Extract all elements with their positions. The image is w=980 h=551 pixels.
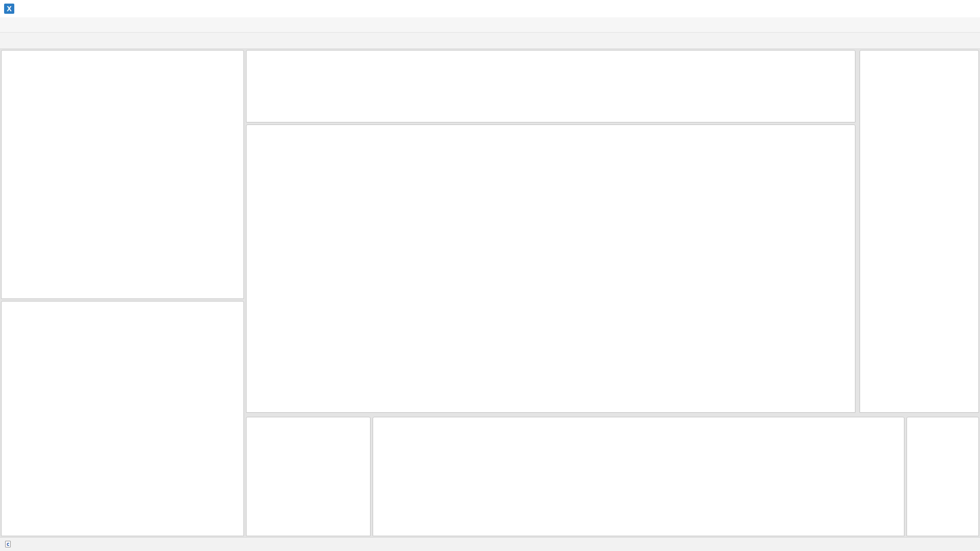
statusbar [0,537,980,551]
minimize-button[interactable] [910,0,933,17]
file-icon [4,540,12,548]
app-logo-icon [4,4,14,14]
heap-stack-view [906,417,979,536]
outline-view [860,50,979,413]
main-toolbar [0,33,980,49]
workbench [0,49,980,537]
window-controls [910,0,980,17]
editor-area [246,124,855,413]
properties-view [246,417,371,536]
statusbar-target [878,538,880,551]
mcuxpresso-ide-window: { "titlebar": { "title": "mcux_workspace… [0,0,980,551]
console-view [373,417,904,536]
close-button[interactable] [957,0,980,17]
project-explorer-view [1,50,244,299]
menubar [0,17,980,33]
quickstart-panel-view [1,301,244,536]
debug-view [246,50,855,122]
titlebar [0,0,980,17]
maximize-button[interactable] [933,0,957,17]
